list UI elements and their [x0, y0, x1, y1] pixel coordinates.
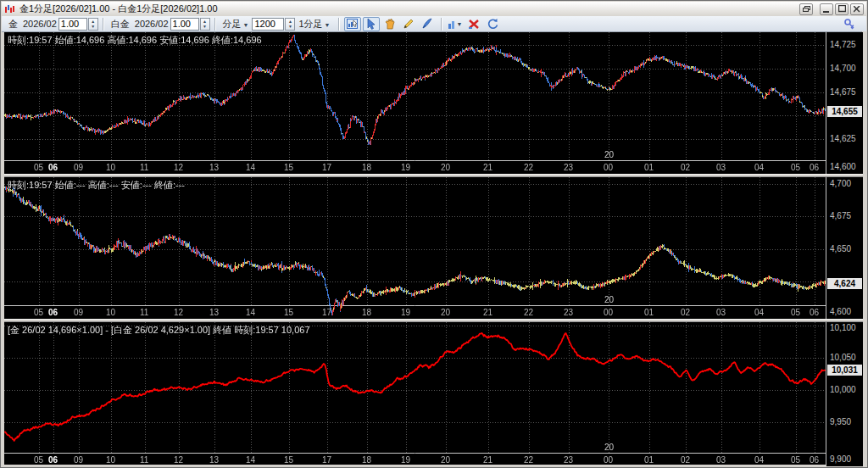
time-tick-label: 17	[322, 163, 331, 172]
price-tick-label: 10,050	[830, 353, 856, 362]
date-marker-label: 20	[604, 443, 614, 452]
gold-price-axis: 14,72514,70014,67514,62514,60014,655	[826, 32, 863, 174]
price-tick-label: 14,625	[830, 134, 856, 143]
chart-type-dropdown-button[interactable]: ▼	[447, 17, 464, 31]
platinum-price-axis: 4,7004,6754,6504,6004,624	[826, 177, 863, 319]
minimize-button[interactable]	[820, 3, 833, 15]
time-tick-label: 14	[246, 455, 255, 465]
delete-chart-button[interactable]	[465, 17, 482, 31]
gold-multiplier-input[interactable]	[58, 18, 87, 31]
window-title: 金1分足[2026/02]1.00 - 白金1分足[2026/02]1.00	[19, 3, 798, 15]
time-tick-label: 18	[362, 163, 371, 172]
time-tick-label: 05	[34, 455, 43, 465]
time-tick-label: 15	[284, 455, 293, 465]
date-marker-label: 20	[604, 150, 614, 159]
time-tick-label: 22	[524, 163, 533, 172]
last-price-tag: 4,624	[827, 278, 862, 289]
chevron-down-icon: ▼	[457, 21, 463, 27]
panel-splitter[interactable]	[4, 174, 863, 177]
chart-cursor-icon	[346, 18, 359, 30]
time-tick-label: 09	[74, 163, 83, 172]
time-tick-label: 05	[34, 163, 43, 172]
time-tick-label: 03	[716, 455, 726, 465]
restore-icon	[803, 6, 810, 13]
time-tick-label: 19	[401, 163, 410, 172]
gold-chart-canvas[interactable]	[4, 32, 826, 174]
chevron-down-icon: ▼	[243, 22, 249, 28]
bar-type-dropdown[interactable]: 分足▼	[223, 18, 249, 31]
bar-count-input[interactable]	[252, 18, 284, 31]
title-bar[interactable]: 金1分足[2026/02]1.00 - 白金1分足[2026/02]1.00	[2, 2, 866, 16]
panel-splitter[interactable]	[4, 319, 863, 322]
time-tick-label: 01	[644, 455, 654, 465]
chevron-down-icon: ▼	[325, 22, 331, 28]
window-bottom-frame[interactable]	[1, 465, 867, 467]
platinum-label: 白金	[111, 18, 130, 31]
app-candlestick-icon	[4, 4, 16, 14]
chart-cursor-tool-button[interactable]	[344, 17, 361, 31]
gold-quote-info: 時刻:19:57 始値:14,696 高値:14,696 安値:14,696 終…	[8, 34, 262, 47]
time-tick-label: 15	[284, 163, 293, 172]
time-tick-label: 17	[322, 455, 331, 465]
hand-icon	[384, 18, 396, 30]
select-tool-button[interactable]	[363, 17, 380, 31]
time-tick-label: 00	[604, 163, 613, 172]
time-tick-label: 13	[209, 163, 219, 172]
refresh-icon	[487, 18, 498, 30]
refresh-button[interactable]	[484, 17, 501, 31]
time-tick-label: 05	[791, 163, 800, 172]
toolbar-separator	[103, 18, 103, 31]
gold-multiplier-spinner[interactable]: ▲▼	[88, 18, 98, 31]
platinum-candlestick-panel: 時刻:19:57 始値:--- 高値:--- 安値:--- 終値:--- 4,7…	[4, 177, 863, 319]
pencil-icon	[403, 18, 415, 30]
spread-price-axis: 10,10010,05010,0009,9509,90010,031	[826, 322, 863, 466]
time-tick-label: 19	[401, 308, 410, 317]
restore-window-button[interactable]	[799, 3, 813, 15]
time-tick-label: 20	[441, 163, 450, 172]
close-button[interactable]	[850, 3, 864, 15]
price-tick-label: 4,650	[830, 244, 851, 254]
time-tick-label: 06	[810, 455, 819, 465]
time-tick-label: 22	[524, 308, 533, 317]
gold-contract-month: 2026/02	[23, 19, 57, 29]
chart-type-icon	[448, 19, 455, 30]
time-tick-label: 04	[754, 455, 764, 465]
time-tick-label: 02	[681, 455, 690, 465]
platinum-quote-info: 時刻:19:57 始値:--- 高値:--- 安値:--- 終値:---	[8, 179, 185, 192]
platinum-multiplier-input[interactable]	[170, 18, 199, 31]
time-tick-label: 11	[140, 455, 148, 465]
spread-chart-canvas[interactable]	[4, 322, 826, 466]
draw-line-tool-button[interactable]	[400, 17, 417, 31]
price-tick-label: 14,600	[830, 162, 856, 171]
minimize-icon	[823, 6, 830, 13]
annotate-tool-button[interactable]	[419, 17, 436, 31]
platinum-chart-canvas[interactable]	[4, 177, 826, 319]
time-tick-label: 00	[604, 308, 613, 317]
time-tick-label: 21	[483, 455, 492, 465]
time-tick-label: 01	[644, 308, 654, 317]
time-tick-label: 09	[74, 308, 83, 317]
time-tick-label: 09	[74, 455, 83, 465]
time-tick-label: 23	[564, 455, 573, 465]
time-tick-label: 10	[106, 455, 115, 465]
time-tick-label: 06	[810, 163, 819, 172]
bar-count-spinner[interactable]: ▲▼	[285, 18, 295, 31]
date-marker-label: 20	[604, 295, 614, 304]
last-price-tag: 14,655	[827, 106, 862, 117]
time-tick-label: 17	[322, 308, 331, 317]
price-tick-label: 4,675	[830, 211, 851, 220]
last-price-tag: 10,031	[827, 365, 862, 376]
pan-tool-button[interactable]	[381, 17, 398, 31]
time-tick-label: 18	[362, 308, 371, 317]
time-tick-label: 06	[810, 308, 819, 317]
time-tick-label: 05	[791, 308, 800, 317]
close-icon	[854, 6, 860, 13]
settings-button[interactable]	[841, 17, 858, 31]
price-tick-label: 14,675	[830, 87, 856, 97]
maximize-button[interactable]	[835, 3, 849, 15]
time-tick-label: 02	[681, 308, 690, 317]
time-tick-label: 11	[140, 308, 148, 317]
platinum-multiplier-spinner[interactable]: ▲▼	[200, 18, 210, 31]
interval-dropdown[interactable]: 1分足▼	[298, 18, 330, 31]
time-tick-label: 23	[564, 308, 573, 317]
